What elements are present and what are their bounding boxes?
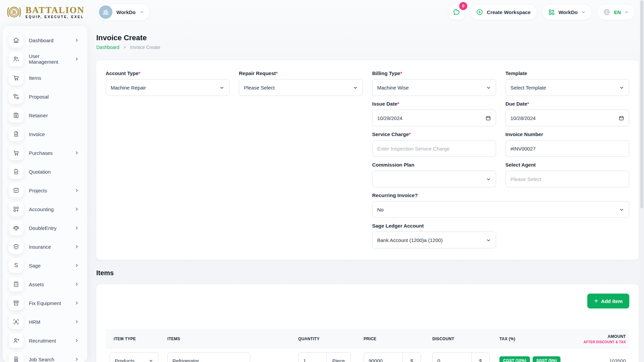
sidebar-item-purchases[interactable]: Purchases [3, 143, 87, 162]
quantity-unit: Piece [326, 353, 350, 362]
select-agent-label: Select Agent [505, 162, 536, 168]
chevron-right-icon [74, 188, 79, 193]
service-charge-input[interactable] [377, 146, 491, 152]
discount-input[interactable] [433, 358, 471, 362]
chevron-down-icon [486, 85, 491, 90]
field-due-date: Due Date* 10/28/2024 [505, 100, 629, 126]
chevron-right-icon [74, 338, 79, 343]
col-quantity: QUANTITY [290, 337, 356, 341]
field-commission-plan: Commission Plan [372, 161, 496, 187]
commission-plan-select[interactable] [372, 171, 496, 187]
items-table: ITEM TYPE ITEMS QUANTITY PRICE DISCOUNT … [106, 329, 629, 362]
scale-icon [9, 221, 23, 235]
quantity-input[interactable] [299, 358, 326, 362]
col-items: ITEMS [159, 337, 290, 341]
item-type-select[interactable]: Products [110, 352, 158, 362]
sidebar-item-accounting[interactable]: Accounting [3, 200, 87, 219]
chevron-right-icon [74, 38, 79, 43]
col-price: PRICE [356, 337, 424, 341]
sidebar-item-projects[interactable]: Projects [3, 181, 87, 200]
chevron-down-icon [619, 207, 624, 212]
sidebar-item-job-search[interactable]: Job Search [3, 350, 87, 362]
chevron-down-icon [149, 358, 153, 362]
tax-badge-sgst[interactable]: SGST (5%) [533, 356, 560, 362]
tax-badge-cgst[interactable]: CGST (10%) [499, 356, 530, 362]
chevron-down-icon [619, 85, 624, 90]
workflow-icon [9, 89, 23, 104]
chevron-right-icon [74, 282, 79, 287]
required-marker: * [276, 70, 278, 76]
select-agent-input[interactable] [511, 176, 624, 182]
cart-icon [9, 145, 23, 160]
invoice-number-input[interactable] [511, 146, 624, 152]
sidebar-item-invoice[interactable]: Invoice [3, 125, 87, 143]
due-date-label: Due Date [505, 101, 527, 107]
main-content: Invoice Create Dashboard Invoice Create … [96, 0, 639, 362]
template-select[interactable]: Select Template [505, 79, 629, 96]
page-scrollbar[interactable] [640, 0, 644, 362]
sidebar-item-fix-equipment[interactable]: Fix Equipment [3, 294, 87, 312]
chevron-right-icon [74, 207, 79, 212]
items-table-header: ITEM TYPE ITEMS QUANTITY PRICE DISCOUNT … [106, 329, 629, 348]
issue-date-input[interactable]: 10/28/2024 [372, 110, 496, 126]
archive-box-icon [9, 296, 23, 310]
required-marker: * [400, 70, 402, 76]
add-item-button[interactable]: + Add item [587, 294, 629, 308]
required-marker: * [139, 70, 141, 76]
row-amount: 103500 [572, 358, 629, 362]
field-service-charge: Service Charge* [372, 131, 496, 157]
chevron-right-icon [74, 150, 79, 155]
account-type-select[interactable]: Machine Repair [106, 79, 229, 96]
discount-group: $ [432, 352, 490, 362]
check-square-icon [9, 183, 23, 198]
sidebar-item-hrm[interactable]: HRM [3, 312, 87, 331]
breadcrumb-current: Invoice Create [130, 45, 160, 50]
sage-ledger-select[interactable]: Bank Account (1200)a (1200) [372, 232, 496, 248]
breadcrumb-dashboard-link[interactable]: Dashboard [96, 45, 119, 50]
sidebar-item-retainer[interactable]: Retainer [3, 106, 87, 125]
sidebar-item-user-management[interactable]: User Management [3, 50, 87, 68]
page-scrollbar-thumb[interactable] [640, 1, 643, 208]
chevron-down-icon [219, 85, 224, 90]
breadcrumb: Dashboard Invoice Create [96, 44, 639, 50]
field-repair-request: Repair Request* Please Select [239, 70, 363, 96]
sidebar-item-dashboard[interactable]: Dashboard [3, 31, 87, 50]
items-section-heading: Items [96, 269, 639, 277]
repair-request-select[interactable]: Please Select [239, 79, 363, 96]
plus-icon: + [594, 298, 598, 304]
item-row: Products Piece [106, 352, 629, 362]
amount-subnote: AFTER DISCOUNT & TAX [572, 340, 626, 344]
required-marker: * [409, 131, 411, 137]
issue-date-label: Issue Date [372, 101, 397, 107]
chevron-right-icon [74, 319, 79, 324]
item-name-input[interactable] [172, 358, 245, 362]
cart-icon [9, 70, 23, 85]
sidebar-item-sage[interactable]: S Sage [3, 256, 87, 275]
recurring-invoice-select[interactable]: No [372, 201, 630, 218]
sidebar-item-proposal[interactable]: Proposal [3, 87, 87, 106]
billing-type-label: Billing Type [372, 70, 400, 76]
col-item-type: ITEM TYPE [106, 337, 159, 341]
sidebar-item-assets[interactable]: Assets [3, 275, 87, 294]
sidebar-item-insurance[interactable]: Insurance [3, 237, 87, 256]
sidebar-item-recruitment[interactable]: Recruitment [3, 331, 87, 350]
sidebar-item-quotation[interactable]: Quotation [3, 162, 87, 181]
chevron-right-icon [74, 301, 79, 305]
save-icon [9, 108, 23, 123]
price-group: $ [364, 352, 421, 362]
price-input[interactable] [364, 358, 402, 362]
col-tax: TAX (%) [491, 337, 572, 341]
billing-type-select[interactable]: Machine Wise [372, 79, 496, 96]
calendar-icon [485, 115, 491, 121]
due-date-input[interactable]: 10/28/2024 [505, 110, 629, 126]
chevron-right-icon [74, 57, 79, 61]
required-marker: * [397, 101, 399, 107]
brand-tagline: EQUIP, EXECUTE, EXEL [25, 15, 85, 19]
repair-request-label: Repair Request [239, 70, 276, 76]
home-icon [9, 33, 23, 48]
sidebar: Dashboard User Management Items Proposal… [3, 26, 87, 362]
recurring-invoice-label: Recurring Invoice? [372, 192, 418, 198]
sidebar-item-items[interactable]: Items [3, 68, 87, 87]
field-billing-type: Billing Type* Machine Wise [372, 70, 496, 96]
sidebar-item-doubleentry[interactable]: DoubleEntry [3, 219, 87, 237]
